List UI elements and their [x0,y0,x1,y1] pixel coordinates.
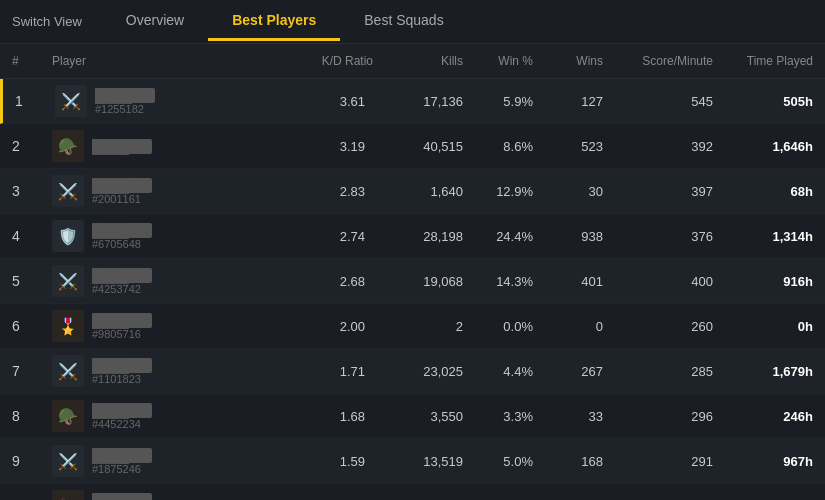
rank-9: 9 [12,453,52,469]
spm-2: 392 [603,139,713,154]
player-name-9: ████ #1875246 [92,448,152,475]
col-rank-header: # [12,54,52,68]
rank-4: 4 [12,228,52,244]
kills-4: 28,198 [373,229,463,244]
tab-best-players[interactable]: Best Players [208,2,340,41]
player-avatar-9: ⚔️ [52,445,84,477]
rank-7: 7 [12,363,52,379]
player-avatar-10: 🦅 [52,490,84,500]
tab-best-squads[interactable]: Best Squads [340,2,467,41]
winpct-1: 5.9% [463,94,533,109]
rank-6: 6 [12,318,52,334]
rank-1: 1 [15,93,55,109]
player-avatar-3: ⚔️ [52,175,84,207]
col-player-header: Player [52,54,252,68]
player-cell-5: ⚔️ ████ #4253742 [52,265,252,297]
player-name-7: ████ #1101823 [92,358,152,385]
col-wins-header: Wins [533,54,603,68]
tab-overview[interactable]: Overview [102,2,208,41]
kd-9: 1.59 [252,454,373,469]
player-cell-1: ⚔️ ████ #1255182 [55,85,255,117]
kills-8: 3,550 [373,409,463,424]
col-spm-header: Score/Minute [603,54,713,68]
player-avatar-7: ⚔️ [52,355,84,387]
winpct-7: 4.4% [463,364,533,379]
kd-4: 2.74 [252,229,373,244]
wins-4: 938 [533,229,603,244]
time-6: 0h [713,319,813,334]
wins-8: 33 [533,409,603,424]
player-cell-3: ⚔️ ████ #2001161 [52,175,252,207]
nav-tabs: Overview Best Players Best Squads [102,2,468,41]
time-9: 967h [713,454,813,469]
table-row[interactable]: 5 ⚔️ ████ #4253742 2.68 19,068 14.3% 401… [0,259,825,304]
table-row[interactable]: 1 ⚔️ ████ #1255182 3.61 17,136 5.9% 127 … [0,79,825,124]
spm-3: 397 [603,184,713,199]
player-avatar-4: 🛡️ [52,220,84,252]
table-row[interactable]: 2 🪖 ████ 3.19 40,515 8.6% 523 392 1,646h [0,124,825,169]
time-4: 1,314h [713,229,813,244]
player-name-2: ████ [92,139,152,154]
player-cell-8: 🪖 ████ #4452234 [52,400,252,432]
table-row[interactable]: 3 ⚔️ ████ #2001161 2.83 1,640 12.9% 30 3… [0,169,825,214]
winpct-2: 8.6% [463,139,533,154]
spm-5: 400 [603,274,713,289]
table-header: # Player K/D Ratio Kills Win % Wins Scor… [0,44,825,79]
kills-2: 40,515 [373,139,463,154]
player-cell-2: 🪖 ████ [52,130,252,162]
player-avatar-1: ⚔️ [55,85,87,117]
time-5: 916h [713,274,813,289]
player-name-8: ████ #4452234 [92,403,152,430]
kills-7: 23,025 [373,364,463,379]
winpct-8: 3.3% [463,409,533,424]
col-time-header: Time Played [713,54,813,68]
rank-3: 3 [12,183,52,199]
table-row[interactable]: 8 🪖 ████ #4452234 1.68 3,550 3.3% 33 296… [0,394,825,439]
spm-4: 376 [603,229,713,244]
winpct-4: 24.4% [463,229,533,244]
player-name-5: ████ #4253742 [92,268,152,295]
rank-5: 5 [12,273,52,289]
wins-3: 30 [533,184,603,199]
player-cell-7: ⚔️ ████ #1101823 [52,355,252,387]
table-row[interactable]: 4 🛡️ ████ #6705648 2.74 28,198 24.4% 938… [0,214,825,259]
player-avatar-2: 🪖 [52,130,84,162]
time-7: 1,679h [713,364,813,379]
wins-9: 168 [533,454,603,469]
wins-7: 267 [533,364,603,379]
winpct-3: 12.9% [463,184,533,199]
player-name-6: ████ #9805716 [92,313,152,340]
rank-2: 2 [12,138,52,154]
player-name-3: ████ #2001161 [92,178,152,205]
table-row[interactable]: 9 ⚔️ ████ #1875246 1.59 13,519 5.0% 168 … [0,439,825,484]
player-avatar-8: 🪖 [52,400,84,432]
switch-view-button[interactable]: Switch View [12,14,82,29]
player-cell-6: 🎖️ ████ #9805716 [52,310,252,342]
player-avatar-6: 🎖️ [52,310,84,342]
player-name-10: ████ #6753076 [92,493,152,501]
player-cell-9: ⚔️ ████ #1875246 [52,445,252,477]
time-3: 68h [713,184,813,199]
wins-1: 127 [533,94,603,109]
player-name-4: ████ #6705648 [92,223,152,250]
leaderboard-table: # Player K/D Ratio Kills Win % Wins Scor… [0,44,825,500]
table-row[interactable]: 7 ⚔️ ████ #1101823 1.71 23,025 4.4% 267 … [0,349,825,394]
spm-1: 545 [603,94,713,109]
spm-6: 260 [603,319,713,334]
kd-2: 3.19 [252,139,373,154]
col-winpct-header: Win % [463,54,533,68]
spm-9: 291 [603,454,713,469]
wins-5: 401 [533,274,603,289]
kills-9: 13,519 [373,454,463,469]
kd-7: 1.71 [252,364,373,379]
time-8: 246h [713,409,813,424]
col-kills-header: Kills [373,54,463,68]
kd-3: 2.83 [252,184,373,199]
table-row[interactable]: 10 🦅 ████ #6753076 1.48 9,020 3.0% 80 29… [0,484,825,500]
winpct-5: 14.3% [463,274,533,289]
spm-7: 285 [603,364,713,379]
rank-8: 8 [12,408,52,424]
kills-3: 1,640 [373,184,463,199]
table-row[interactable]: 6 🎖️ ████ #9805716 2.00 2 0.0% 0 260 0h [0,304,825,349]
wins-6: 0 [533,319,603,334]
